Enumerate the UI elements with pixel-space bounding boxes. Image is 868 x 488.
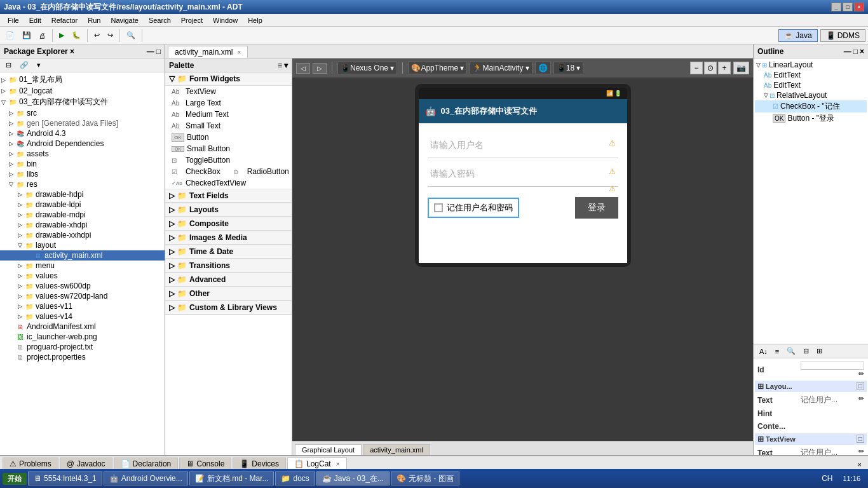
logcat-close-icon[interactable]: ×	[336, 461, 340, 468]
props-sort-category-button[interactable]: ≡	[772, 346, 782, 357]
menu-run[interactable]: Run	[83, 15, 105, 25]
menu-project[interactable]: Project	[176, 15, 208, 25]
layouts-header[interactable]: ▷ 📁 Layouts	[165, 203, 292, 217]
palette-item-checkedtextview[interactable]: ✓Ab CheckedTextView	[165, 177, 292, 189]
checkbox-container[interactable]: 记住用户名和密码	[428, 198, 519, 218]
expand-palette-icon[interactable]: ≡	[278, 61, 282, 70]
taskbar-item-1[interactable]: 🤖 Android Overvie...	[104, 471, 188, 485]
tree-item-02[interactable]: ▷ 📁 02_logcat	[0, 86, 165, 96]
ddms-perspective-button[interactable]: 📱 DDMS	[820, 29, 865, 42]
props-id-edit-icon[interactable]: ✏	[858, 370, 864, 378]
tree-item-proguard[interactable]: 🗎 proguard-project.txt	[0, 342, 165, 352]
other-header[interactable]: ▷ 📁 Other	[165, 287, 292, 301]
palette-item-button[interactable]: OK Button	[165, 132, 292, 143]
locale-selector[interactable]: 🌐	[535, 62, 551, 74]
username-input[interactable]: 请输入用户名	[428, 133, 618, 158]
tree-item-assets[interactable]: ▷ 📁 assets	[0, 149, 165, 159]
section-textview-header[interactable]: ⊞ TextView □	[755, 433, 867, 445]
minimize-palette-icon[interactable]: ▾	[284, 61, 288, 70]
api-selector[interactable]: 📱 18 ▾	[553, 62, 584, 74]
tree-item-01[interactable]: ▷ 📁 01_常见布局	[0, 74, 165, 86]
device-selector[interactable]: 📱 Nexus One ▾	[337, 62, 397, 74]
tree-item-bin[interactable]: ▷ 📁 bin	[0, 159, 165, 169]
editor-close-icon[interactable]: ×	[237, 49, 241, 56]
taskbar-item-2[interactable]: 📝 新文档.md - Mar...	[189, 471, 275, 485]
print-button[interactable]: 🖨	[36, 30, 49, 41]
layout-filter-btn[interactable]: □	[857, 382, 864, 390]
tree-item-drawable-xxhdpi[interactable]: ▷ 📁 drawable-xxhdpi	[0, 230, 165, 240]
undo-button[interactable]: ↩	[91, 29, 103, 41]
outline-linearlayout[interactable]: ▽ ⊞ LinearLayout	[755, 60, 867, 70]
taskbar-item-3[interactable]: 📁 docs	[275, 471, 315, 485]
outline-relativelayout[interactable]: ▽ ⊡ RelativeLayout	[755, 90, 867, 100]
tree-item-values[interactable]: ▷ 📁 values	[0, 271, 165, 281]
tree-item-drawable-mdpi[interactable]: ▷ 📁 drawable-mdpi	[0, 210, 165, 220]
props-collapse-button[interactable]: ⊟	[800, 345, 812, 357]
zoom-fit-button[interactable]: ⊙	[704, 62, 717, 74]
outline-close-icon[interactable]: ×	[860, 47, 864, 56]
taskbar-item-5[interactable]: 🎨 无标题 - 图画	[391, 471, 459, 485]
tab-console[interactable]: 🖥 Console	[179, 458, 231, 470]
next-nav-icon[interactable]: ▷	[313, 63, 327, 74]
menu-window[interactable]: Window	[208, 15, 243, 25]
props-text-edit-icon[interactable]: ✏	[858, 395, 864, 403]
tree-item-activity-main[interactable]: 🗎 activity_main.xml	[0, 250, 165, 261]
maximize-panel-icon[interactable]: □	[156, 47, 161, 56]
menu-search[interactable]: Search	[144, 15, 176, 25]
tab-javadoc[interactable]: @ Javadoc	[60, 458, 112, 470]
debug-button[interactable]: 🐛	[69, 29, 84, 41]
menu-help[interactable]: Help	[243, 15, 268, 25]
images-header[interactable]: ▷ 📁 Images & Media	[165, 231, 292, 245]
tab-declaration[interactable]: 📄 Declaration	[114, 458, 179, 470]
screenshot-button[interactable]: 📷	[733, 62, 749, 74]
java-perspective-button[interactable]: ☕ Java	[778, 29, 817, 42]
tree-item-manifest[interactable]: 🗎 AndroidManifest.xml	[0, 322, 165, 332]
tree-item-res[interactable]: ▽ 📁 res	[0, 179, 165, 189]
new-button[interactable]: 📄	[3, 29, 18, 41]
props-sort-alpha-button[interactable]: A↓	[756, 346, 771, 357]
tree-item-src[interactable]: ▷ 📁 src	[0, 108, 165, 118]
props-tv-text-edit[interactable]: ✏	[858, 447, 864, 455]
search-button[interactable]: 🔍	[123, 29, 139, 41]
textview-filter-btn[interactable]: □	[857, 435, 864, 443]
tree-item-drawable-xhdpi[interactable]: ▷ 📁 drawable-xhdpi	[0, 220, 165, 230]
redo-button[interactable]: ↪	[104, 29, 116, 41]
tree-item-values-v14[interactable]: ▷ 📁 values-v14	[0, 311, 165, 322]
zoom-in-button[interactable]: +	[718, 62, 731, 74]
palette-item-togglebutton[interactable]: ⊡ ToggleButton	[165, 154, 292, 166]
props-expand-button[interactable]: ⊞	[813, 345, 825, 357]
save-button[interactable]: 💾	[19, 29, 34, 41]
tree-item-drawable-hdpi[interactable]: ▷ 📁 drawable-hdpi	[0, 189, 165, 200]
start-button[interactable]: 开始	[3, 473, 27, 485]
tree-item-project-props[interactable]: 🗎 project.properties	[0, 352, 165, 362]
palette-item-small-button[interactable]: OK Small Button	[165, 143, 292, 154]
palette-item-large-text[interactable]: Ab Large Text	[165, 97, 292, 109]
outline-button[interactable]: OK Button - "登录	[755, 112, 867, 125]
outline-checkbox[interactable]: ☑ CheckBox - "记住	[755, 100, 867, 112]
view-menu-button[interactable]: ▾	[34, 59, 44, 71]
tab-problems[interactable]: ⚠ Problems	[3, 458, 58, 470]
palette-item-textview[interactable]: Ab TextView	[165, 86, 292, 97]
theme-selector[interactable]: 🎨 AppTheme ▾	[408, 62, 467, 74]
prev-nav-icon[interactable]: ◁	[296, 63, 310, 74]
editor-tab-main[interactable]: activity_main.xml ×	[168, 46, 248, 58]
tree-item-android43[interactable]: ▷ 📚 Android 4.3	[0, 128, 165, 139]
tree-item-deps[interactable]: ▷ 📚 Android Dependencies	[0, 139, 165, 149]
form-widgets-header[interactable]: ▽ 📁 Form Widgets	[165, 72, 292, 86]
outline-edittext1[interactable]: Ab EditText	[755, 70, 867, 80]
outline-minimize-icon[interactable]: —	[844, 47, 851, 56]
transitions-header[interactable]: ▷ 📁 Transitions	[165, 259, 292, 273]
tab-devices[interactable]: 📱 Devices	[233, 458, 286, 470]
outline-maximize-icon[interactable]: □	[853, 47, 858, 56]
run-button[interactable]: ▶	[56, 29, 67, 41]
tree-item-drawable-ldpi[interactable]: ▷ 📁 drawable-ldpi	[0, 200, 165, 210]
outline-edittext2[interactable]: Ab EditText	[755, 80, 867, 90]
menu-file[interactable]: File	[3, 15, 24, 25]
tree-item-gen[interactable]: ▷ 📁 gen [Generated Java Files]	[0, 118, 165, 128]
taskbar-item-0[interactable]: 🖥 5554:Intel4.3_1	[28, 471, 102, 485]
tab-logcat[interactable]: 📋 LogCat ×	[287, 458, 347, 470]
custom-header[interactable]: ▷ 📁 Custom & Library Views	[165, 301, 292, 315]
taskbar-item-4[interactable]: ☕ Java - 03_在...	[316, 471, 390, 485]
menu-refactor[interactable]: Refactor	[46, 15, 83, 25]
xml-tab[interactable]: activity_main.xml	[363, 444, 430, 455]
